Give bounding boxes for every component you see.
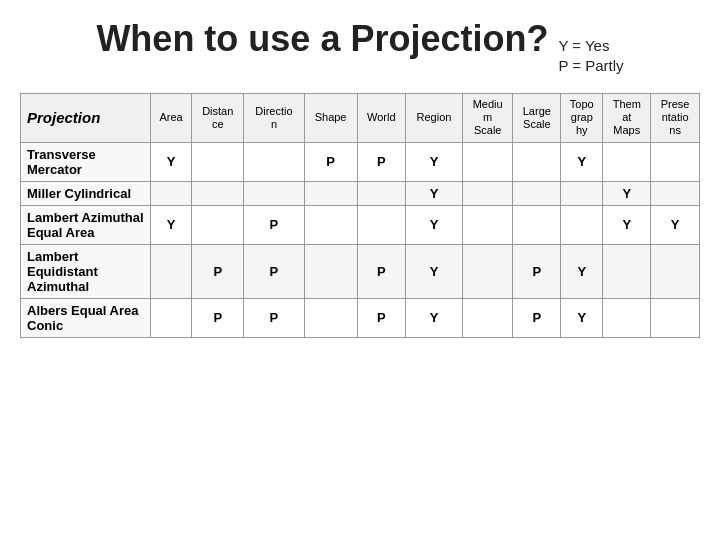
table-row: Albers Equal Area ConicPPPYPY [21, 298, 700, 337]
col-header-distance: Distance [192, 94, 244, 143]
cell-shape [304, 298, 357, 337]
table-row: Lambert Equidistant AzimuthalPPPYPY [21, 244, 700, 298]
cell-medium_scale [463, 298, 513, 337]
cell-area [151, 244, 192, 298]
legend-partly: P = Partly [558, 56, 623, 76]
cell-area [151, 181, 192, 205]
cell-name: Albers Equal Area Conic [21, 298, 151, 337]
cell-distance [192, 181, 244, 205]
cell-name: Miller Cylindrical [21, 181, 151, 205]
cell-name: Transverse Mercator [21, 142, 151, 181]
cell-presentations [651, 181, 700, 205]
cell-shape [304, 181, 357, 205]
col-header-world: World [357, 94, 405, 143]
cell-area: Y [151, 142, 192, 181]
cell-region: Y [405, 205, 462, 244]
cell-distance [192, 205, 244, 244]
cell-direction [244, 181, 304, 205]
page: When to use a Projection? Y = Yes P = Pa… [0, 0, 720, 540]
cell-shape [304, 205, 357, 244]
cell-them_maps [603, 298, 651, 337]
cell-region: Y [405, 181, 462, 205]
cell-shape: P [304, 142, 357, 181]
cell-large_scale: P [513, 298, 561, 337]
cell-medium_scale [463, 181, 513, 205]
cell-presentations [651, 298, 700, 337]
cell-distance [192, 142, 244, 181]
table-row: Transverse MercatorYPPYY [21, 142, 700, 181]
cell-world [357, 205, 405, 244]
col-header-them-maps: ThematMaps [603, 94, 651, 143]
cell-them_maps: Y [603, 181, 651, 205]
cell-distance: P [192, 244, 244, 298]
cell-medium_scale [463, 142, 513, 181]
col-header-projection: Projection [21, 94, 151, 143]
table-row: Miller CylindricalYY [21, 181, 700, 205]
cell-distance: P [192, 298, 244, 337]
col-header-region: Region [405, 94, 462, 143]
cell-direction [244, 142, 304, 181]
cell-area: Y [151, 205, 192, 244]
legend-block: Y = Yes P = Partly [558, 36, 623, 75]
cell-region: Y [405, 298, 462, 337]
col-header-shape: Shape [304, 94, 357, 143]
cell-topo: Y [561, 244, 603, 298]
cell-topo: Y [561, 142, 603, 181]
table-row: Lambert Azimuthal Equal AreaYPYYY [21, 205, 700, 244]
col-header-large-scale: LargeScale [513, 94, 561, 143]
cell-region: Y [405, 142, 462, 181]
cell-world: P [357, 142, 405, 181]
cell-direction: P [244, 298, 304, 337]
cell-large_scale [513, 205, 561, 244]
cell-presentations [651, 142, 700, 181]
cell-world [357, 181, 405, 205]
cell-direction: P [244, 205, 304, 244]
cell-topo [561, 181, 603, 205]
cell-them_maps: Y [603, 205, 651, 244]
col-header-presentations: Presentations [651, 94, 700, 143]
cell-direction: P [244, 244, 304, 298]
cell-medium_scale [463, 244, 513, 298]
cell-them_maps [603, 244, 651, 298]
cell-area [151, 298, 192, 337]
main-title: When to use a Projection? [96, 18, 548, 60]
cell-name: Lambert Equidistant Azimuthal [21, 244, 151, 298]
cell-topo: Y [561, 298, 603, 337]
col-header-medium-scale: MediumScale [463, 94, 513, 143]
cell-large_scale [513, 142, 561, 181]
cell-topo [561, 205, 603, 244]
title-area: When to use a Projection? Y = Yes P = Pa… [20, 18, 700, 75]
col-header-area: Area [151, 94, 192, 143]
col-header-topo: Topography [561, 94, 603, 143]
cell-medium_scale [463, 205, 513, 244]
cell-large_scale [513, 181, 561, 205]
cell-large_scale: P [513, 244, 561, 298]
cell-world: P [357, 244, 405, 298]
cell-them_maps [603, 142, 651, 181]
cell-world: P [357, 298, 405, 337]
cell-shape [304, 244, 357, 298]
cell-presentations [651, 244, 700, 298]
cell-name: Lambert Azimuthal Equal Area [21, 205, 151, 244]
cell-region: Y [405, 244, 462, 298]
legend-yes: Y = Yes [558, 36, 623, 56]
cell-presentations: Y [651, 205, 700, 244]
projection-table: Projection Area Distance Direction Shape… [20, 93, 700, 338]
col-header-direction: Direction [244, 94, 304, 143]
